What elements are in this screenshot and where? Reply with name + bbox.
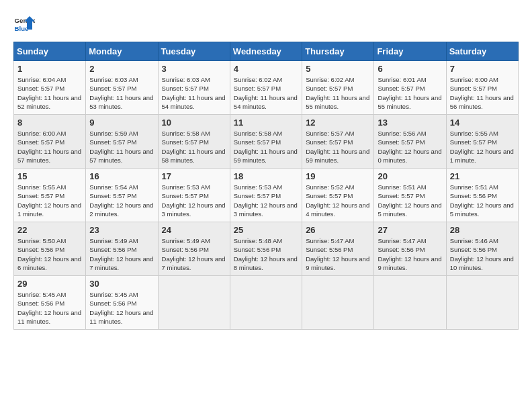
calendar-cell: 2 Sunrise: 6:03 AM Sunset: 5:57 PM Dayli… xyxy=(86,61,158,115)
day-info: Sunrise: 6:04 AM Sunset: 5:57 PM Dayligh… xyxy=(17,75,82,111)
day-number: 6 xyxy=(378,64,442,74)
calendar-cell: 11 Sunrise: 5:58 AM Sunset: 5:57 PM Dayl… xyxy=(230,115,302,169)
day-number: 24 xyxy=(162,225,226,235)
day-number: 28 xyxy=(450,225,515,235)
day-info: Sunrise: 5:58 AM Sunset: 5:57 PM Dayligh… xyxy=(162,129,226,165)
day-header-tuesday: Tuesday xyxy=(158,42,230,61)
day-header-monday: Monday xyxy=(86,42,158,61)
day-number: 22 xyxy=(17,225,82,235)
calendar-cell: 28 Sunrise: 5:46 AM Sunset: 5:56 PM Dayl… xyxy=(446,222,518,276)
day-header-friday: Friday xyxy=(374,42,446,61)
calendar-week-5: 29 Sunrise: 5:45 AM Sunset: 5:56 PM Dayl… xyxy=(14,276,519,330)
day-info: Sunrise: 6:00 AM Sunset: 5:57 PM Dayligh… xyxy=(17,129,82,165)
day-info: Sunrise: 6:00 AM Sunset: 5:57 PM Dayligh… xyxy=(450,75,515,111)
calendar-cell: 15 Sunrise: 5:55 AM Sunset: 5:57 PM Dayl… xyxy=(14,169,86,222)
day-info: Sunrise: 6:03 AM Sunset: 5:57 PM Dayligh… xyxy=(162,75,226,111)
day-info: Sunrise: 5:50 AM Sunset: 5:56 PM Dayligh… xyxy=(17,236,82,272)
day-info: Sunrise: 5:59 AM Sunset: 5:57 PM Dayligh… xyxy=(89,129,154,165)
day-number: 1 xyxy=(17,64,82,74)
calendar-cell: 6 Sunrise: 6:01 AM Sunset: 5:57 PM Dayli… xyxy=(374,61,446,115)
day-number: 18 xyxy=(234,171,298,181)
calendar-week-2: 8 Sunrise: 6:00 AM Sunset: 5:57 PM Dayli… xyxy=(14,115,519,169)
day-number: 5 xyxy=(306,64,370,74)
day-info: Sunrise: 5:53 AM Sunset: 5:57 PM Dayligh… xyxy=(162,183,226,218)
day-number: 13 xyxy=(378,118,442,128)
calendar-cell: 24 Sunrise: 5:49 AM Sunset: 5:56 PM Dayl… xyxy=(158,222,230,276)
calendar-cell: 7 Sunrise: 6:00 AM Sunset: 5:57 PM Dayli… xyxy=(446,61,518,115)
day-number: 3 xyxy=(162,64,226,74)
day-info: Sunrise: 5:55 AM Sunset: 5:57 PM Dayligh… xyxy=(17,183,82,218)
day-info: Sunrise: 5:56 AM Sunset: 5:57 PM Dayligh… xyxy=(378,129,442,165)
day-number: 19 xyxy=(306,171,370,181)
day-number: 8 xyxy=(17,118,82,128)
calendar-cell: 10 Sunrise: 5:58 AM Sunset: 5:57 PM Dayl… xyxy=(158,115,230,169)
day-info: Sunrise: 5:57 AM Sunset: 5:57 PM Dayligh… xyxy=(306,129,370,165)
day-info: Sunrise: 5:48 AM Sunset: 5:56 PM Dayligh… xyxy=(234,236,298,272)
calendar-cell: 18 Sunrise: 5:53 AM Sunset: 5:57 PM Dayl… xyxy=(230,169,302,222)
day-info: Sunrise: 5:58 AM Sunset: 5:57 PM Dayligh… xyxy=(234,129,298,165)
day-info: Sunrise: 5:45 AM Sunset: 5:56 PM Dayligh… xyxy=(89,290,154,326)
calendar-cell: 25 Sunrise: 5:48 AM Sunset: 5:56 PM Dayl… xyxy=(230,222,302,276)
calendar-cell: 13 Sunrise: 5:56 AM Sunset: 5:57 PM Dayl… xyxy=(374,115,446,169)
day-info: Sunrise: 5:47 AM Sunset: 5:56 PM Dayligh… xyxy=(378,236,442,272)
day-number: 7 xyxy=(450,64,515,74)
calendar-cell: 1 Sunrise: 6:04 AM Sunset: 5:57 PM Dayli… xyxy=(14,61,86,115)
calendar-cell: 23 Sunrise: 5:49 AM Sunset: 5:56 PM Dayl… xyxy=(86,222,158,276)
day-info: Sunrise: 5:51 AM Sunset: 5:57 PM Dayligh… xyxy=(378,183,442,218)
calendar-cell: 9 Sunrise: 5:59 AM Sunset: 5:57 PM Dayli… xyxy=(86,115,158,169)
calendar-cell xyxy=(302,276,374,330)
calendar-cell: 21 Sunrise: 5:51 AM Sunset: 5:56 PM Dayl… xyxy=(446,169,518,222)
day-number: 10 xyxy=(162,118,226,128)
day-header-wednesday: Wednesday xyxy=(230,42,302,61)
day-info: Sunrise: 6:02 AM Sunset: 5:57 PM Dayligh… xyxy=(306,75,370,111)
calendar-cell: 22 Sunrise: 5:50 AM Sunset: 5:56 PM Dayl… xyxy=(14,222,86,276)
calendar-week-4: 22 Sunrise: 5:50 AM Sunset: 5:56 PM Dayl… xyxy=(14,222,519,276)
header: General Blue xyxy=(13,13,519,35)
day-info: Sunrise: 5:49 AM Sunset: 5:56 PM Dayligh… xyxy=(162,236,226,272)
day-header-sunday: Sunday xyxy=(14,42,86,61)
day-info: Sunrise: 6:01 AM Sunset: 5:57 PM Dayligh… xyxy=(378,75,442,111)
calendar-cell xyxy=(158,276,230,330)
day-number: 2 xyxy=(89,64,154,74)
calendar-cell: 5 Sunrise: 6:02 AM Sunset: 5:57 PM Dayli… xyxy=(302,61,374,115)
header-row: SundayMondayTuesdayWednesdayThursdayFrid… xyxy=(14,42,519,61)
calendar-cell: 4 Sunrise: 6:02 AM Sunset: 5:57 PM Dayli… xyxy=(230,61,302,115)
day-number: 11 xyxy=(234,118,298,128)
day-info: Sunrise: 5:55 AM Sunset: 5:57 PM Dayligh… xyxy=(450,129,515,165)
day-info: Sunrise: 5:45 AM Sunset: 5:56 PM Dayligh… xyxy=(17,290,82,326)
logo-icon: General Blue xyxy=(13,13,35,35)
day-info: Sunrise: 5:52 AM Sunset: 5:57 PM Dayligh… xyxy=(306,183,370,218)
calendar-cell xyxy=(446,276,518,330)
calendar-week-1: 1 Sunrise: 6:04 AM Sunset: 5:57 PM Dayli… xyxy=(14,61,519,115)
day-info: Sunrise: 6:02 AM Sunset: 5:57 PM Dayligh… xyxy=(234,75,298,111)
day-info: Sunrise: 6:03 AM Sunset: 5:57 PM Dayligh… xyxy=(89,75,154,111)
day-number: 9 xyxy=(89,118,154,128)
day-number: 23 xyxy=(89,225,154,235)
day-header-thursday: Thursday xyxy=(302,42,374,61)
calendar-cell xyxy=(374,276,446,330)
day-number: 29 xyxy=(17,279,82,289)
calendar-cell: 16 Sunrise: 5:54 AM Sunset: 5:57 PM Dayl… xyxy=(86,169,158,222)
day-info: Sunrise: 5:47 AM Sunset: 5:56 PM Dayligh… xyxy=(306,236,370,272)
calendar-cell: 29 Sunrise: 5:45 AM Sunset: 5:56 PM Dayl… xyxy=(14,276,86,330)
day-number: 17 xyxy=(162,171,226,181)
calendar-cell: 26 Sunrise: 5:47 AM Sunset: 5:56 PM Dayl… xyxy=(302,222,374,276)
day-info: Sunrise: 5:51 AM Sunset: 5:56 PM Dayligh… xyxy=(450,183,515,218)
day-number: 21 xyxy=(450,171,515,181)
day-number: 12 xyxy=(306,118,370,128)
day-number: 26 xyxy=(306,225,370,235)
calendar-cell: 3 Sunrise: 6:03 AM Sunset: 5:57 PM Dayli… xyxy=(158,61,230,115)
day-number: 20 xyxy=(378,171,442,181)
calendar-cell: 30 Sunrise: 5:45 AM Sunset: 5:56 PM Dayl… xyxy=(86,276,158,330)
day-info: Sunrise: 5:49 AM Sunset: 5:56 PM Dayligh… xyxy=(89,236,154,272)
day-number: 27 xyxy=(378,225,442,235)
calendar-cell: 27 Sunrise: 5:47 AM Sunset: 5:56 PM Dayl… xyxy=(374,222,446,276)
day-number: 16 xyxy=(89,171,154,181)
day-number: 15 xyxy=(17,171,82,181)
calendar-week-3: 15 Sunrise: 5:55 AM Sunset: 5:57 PM Dayl… xyxy=(14,169,519,222)
day-header-saturday: Saturday xyxy=(446,42,518,61)
calendar-cell xyxy=(230,276,302,330)
day-info: Sunrise: 5:53 AM Sunset: 5:57 PM Dayligh… xyxy=(234,183,298,218)
calendar-cell: 8 Sunrise: 6:00 AM Sunset: 5:57 PM Dayli… xyxy=(14,115,86,169)
calendar-cell: 20 Sunrise: 5:51 AM Sunset: 5:57 PM Dayl… xyxy=(374,169,446,222)
